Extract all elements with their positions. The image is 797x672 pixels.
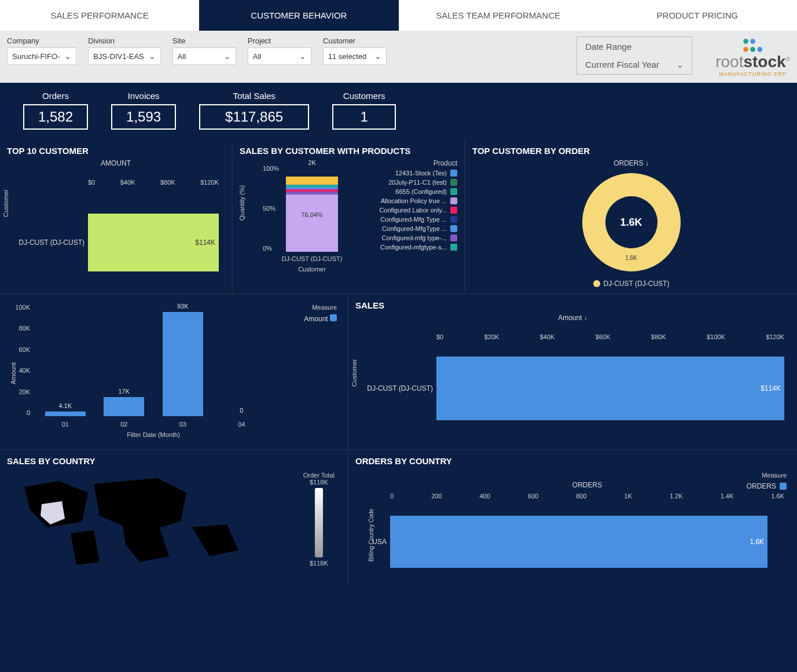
stack-seg-main xyxy=(286,194,338,252)
company-select[interactable]: Suruchi-FIFO- xyxy=(7,47,76,65)
sbcp-chart: Quantity (%) 100% 50% 0% 2K 76.04% DJ-CU… xyxy=(240,159,359,275)
sales-value: $114K xyxy=(761,384,781,392)
date-range-select[interactable]: Current Fiscal Year xyxy=(585,60,684,69)
card-orders-by-country[interactable]: ORDERS BY COUNTRY Billing Country Code O… xyxy=(348,450,797,585)
customer-select[interactable]: 11 selected xyxy=(323,47,387,65)
tco-legend[interactable]: DJ-CUST (DJ-CUST) xyxy=(593,280,670,288)
top10-value: $114K xyxy=(195,238,215,247)
tick: $20K xyxy=(484,333,499,340)
tick: 800 xyxy=(576,493,586,500)
obc-bar[interactable]: 1.6K xyxy=(390,516,767,568)
stack-seg xyxy=(286,177,338,185)
sbcp-ylabel: Quantity (%) xyxy=(238,185,245,221)
card-sales-by-customer-products[interactable]: SALES BY CUSTOMER WITH PRODUCTS Quantity… xyxy=(233,140,464,293)
tick: 1K xyxy=(625,493,632,500)
tick: 1.2K xyxy=(670,493,683,500)
site-select[interactable]: All xyxy=(172,47,236,65)
sbc-legend-title: Order Total xyxy=(303,472,335,479)
top10-ylabel: Customer xyxy=(2,189,9,217)
sales-bar[interactable]: $114K xyxy=(436,357,784,420)
obc-country: USA xyxy=(355,538,390,546)
sbcp-legend: Product 12431-Stock (Tes) 20July-P11-C1 … xyxy=(359,159,457,275)
top10-customer: DJ-CUST (DJ-CUST) xyxy=(7,238,88,247)
tick: 0 xyxy=(390,493,394,500)
monthly-bar-03[interactable]: 93K xyxy=(163,312,203,416)
monthly-bar-02[interactable]: 17K xyxy=(104,397,144,416)
monthly-bars: 4.1K 17K 93K 0 xyxy=(36,304,271,416)
monthly-legend-item[interactable]: Amount xyxy=(304,314,337,323)
tick: 02 xyxy=(120,421,127,428)
swatch-icon xyxy=(450,170,457,177)
tco-donut[interactable]: 1.6K 1.6K xyxy=(582,173,681,271)
card-top-customer-order[interactable]: TOP CUSTOMER BY ORDER ORDERS ↓ 1.6K 1.6K… xyxy=(465,140,797,293)
kpi-customers-value: 1 xyxy=(332,104,396,130)
top10-bar-row: DJ-CUST (DJ-CUST) $114K xyxy=(7,214,219,271)
card-sales-by-country[interactable]: SALES BY COUNTRY Order Total $118K $118K xyxy=(0,450,347,585)
swatch-icon xyxy=(450,179,457,186)
gradient-scale-icon xyxy=(315,488,323,557)
division-value: BJS-DIV1-EAS xyxy=(93,52,144,61)
swatch-icon xyxy=(450,244,457,251)
tick: 20K xyxy=(10,388,30,395)
tick: 03 xyxy=(179,421,186,428)
kpi-invoices-label: Invoices xyxy=(128,91,160,101)
tick: $120K xyxy=(200,179,219,186)
monthly-bar-01[interactable]: 4.1K xyxy=(45,412,86,416)
obc-legend-text: ORDERS xyxy=(747,482,776,490)
tick: $40K xyxy=(540,333,555,340)
tick: 100% xyxy=(263,165,279,172)
sales-title: SALES xyxy=(355,300,790,310)
tab-customer-behavior[interactable]: CUSTOMER BEHAVIOR xyxy=(199,0,398,31)
legend-item[interactable]: Allocation Policy true ... xyxy=(359,197,457,204)
top10-chart: Customer $0 $40K $80K $120K DJ-CUST (DJ-… xyxy=(7,167,225,283)
tick: 60K xyxy=(10,346,30,353)
monthly-xaxis: 01 02 03 04 xyxy=(36,421,271,428)
kpi-orders-label: Orders xyxy=(42,91,69,101)
sbcp-yaxis: 100% 50% 0% xyxy=(263,165,279,252)
customer-value: 11 selected xyxy=(328,52,367,61)
legend-item[interactable]: 6655 (Configured) xyxy=(359,188,457,195)
tick: 600 xyxy=(528,493,538,500)
tco-title: TOP CUSTOMER BY ORDER xyxy=(472,146,790,156)
legend-item[interactable]: 12431-Stock (Tes) xyxy=(359,170,457,177)
legend-item[interactable]: Configured-Mfg Type ... xyxy=(359,216,457,223)
world-map-icon[interactable] xyxy=(7,469,250,574)
kpi-orders-value: 1,582 xyxy=(23,104,88,130)
card-monthly-amount[interactable]: Amount Measure Amount 100K 80K 60K 40K 2… xyxy=(0,295,347,449)
kpi-total-sales: Total Sales $117,865 xyxy=(199,91,309,130)
tick: $0 xyxy=(436,333,443,340)
tab-sales-performance[interactable]: SALES PERFORMANCE xyxy=(0,0,199,31)
top10-bar[interactable]: $114K xyxy=(88,214,219,271)
tab-bar: SALES PERFORMANCE CUSTOMER BEHAVIOR SALE… xyxy=(0,0,797,31)
tick: 0% xyxy=(263,245,279,252)
tick: 1.6K xyxy=(771,493,784,500)
tab-product-pricing[interactable]: PRODUCT PRICING xyxy=(598,0,797,31)
sales-customer: DJ-CUST (DJ-CUST) xyxy=(355,384,436,392)
logo-tagline: MANUFACTURING ERP xyxy=(719,71,787,77)
tick: 01 xyxy=(62,421,69,428)
monthly-legend-title: Measure xyxy=(304,304,337,311)
top10-axis: $0 $40K $80K $120K xyxy=(88,179,219,186)
legend-item[interactable]: Configured Labor only... xyxy=(359,207,457,214)
filter-division: Division BJS-DIV1-EAS xyxy=(88,36,160,65)
tick: 200 xyxy=(431,493,442,500)
filter-bar: Company Suruchi-FIFO- Division BJS-DIV1-… xyxy=(0,31,797,83)
legend-item[interactable]: 20July-P11-C1 (test) xyxy=(359,179,457,186)
card-top10-customer[interactable]: TOP 10 CUSTOMER AMOUNT Customer $0 $40K … xyxy=(0,140,232,293)
filter-project-label: Project xyxy=(248,36,311,45)
monthly-chart: Amount Measure Amount 100K 80K 60K 40K 2… xyxy=(7,300,340,439)
kpi-invoices: Invoices 1,593 xyxy=(111,91,176,130)
project-select[interactable]: All xyxy=(248,47,311,65)
monthly-yaxis: 100K 80K 60K 40K 20K 0 xyxy=(10,304,30,416)
card-sales[interactable]: SALES Amount ↓ Customer $0 $20K $40K $60… xyxy=(348,295,797,449)
division-select[interactable]: BJS-DIV1-EAS xyxy=(88,47,160,65)
tco-legend-text: DJ-CUST (DJ-CUST) xyxy=(604,280,670,288)
obc-legend[interactable]: ORDERS xyxy=(747,482,787,490)
top10-title: TOP 10 CUSTOMER xyxy=(7,146,225,156)
tab-sales-team-performance[interactable]: SALES TEAM PERFORMANCE xyxy=(399,0,598,31)
obc-title: ORDERS BY COUNTRY xyxy=(355,456,790,466)
legend-item[interactable]: Configured-mfgtype-s... xyxy=(359,244,457,251)
kpi-customers-label: Customers xyxy=(343,91,385,101)
legend-item[interactable]: Configured-mfg type-... xyxy=(359,234,457,241)
legend-item[interactable]: Configured-MfgType ... xyxy=(359,225,457,232)
